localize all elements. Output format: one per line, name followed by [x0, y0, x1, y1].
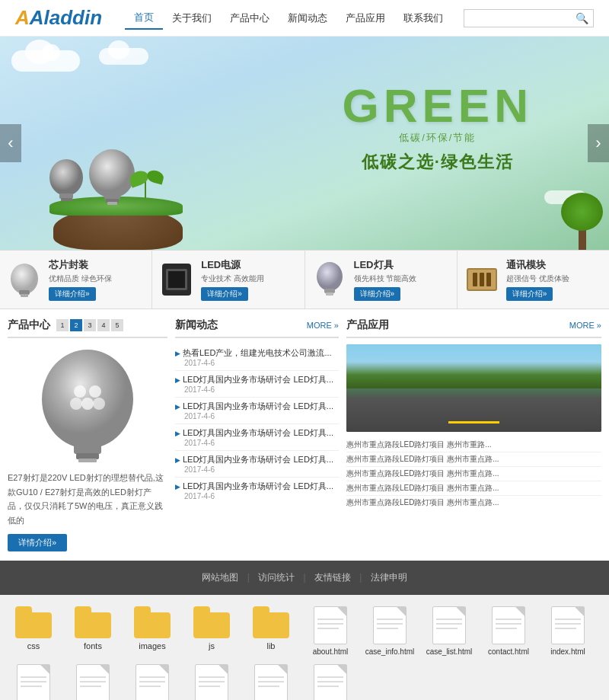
- file-index[interactable]: index.html: [542, 606, 594, 657]
- case-desc-5: 惠州市重点路段LED路灯项目 惠州市重点路...: [346, 496, 601, 510]
- news-item-4: ▶LED灯具国内业务市场研讨会 LED灯具... 2017-4-6: [175, 424, 339, 451]
- nav-about[interactable]: 关于我们: [163, 8, 221, 29]
- svg-rect-9: [21, 294, 28, 297]
- folder-images-label: images: [126, 641, 178, 650]
- nav-applications[interactable]: 产品应用: [336, 8, 394, 29]
- header: AAladdin 首页 关于我们 产品中心 新闻动态 产品应用 联系我们 🔍: [0, 0, 609, 37]
- file-contact[interactable]: contact.html: [483, 606, 534, 657]
- news-item-6: ▶LED灯具国内业务市场研讨会 LED灯具... 2017-4-6: [175, 478, 339, 503]
- file-new-info[interactable]: new_info.html: [8, 664, 59, 700]
- footer-legal[interactable]: 法律申明: [371, 572, 407, 583]
- file-about-label: about.html: [304, 647, 356, 657]
- nav-news[interactable]: 新闻动态: [279, 8, 336, 29]
- svg-point-17: [70, 398, 82, 410]
- file-case-list[interactable]: case_list.html: [423, 606, 475, 657]
- logo[interactable]: AAladdin: [15, 6, 102, 30]
- file-grid: css fonts images js: [8, 606, 601, 700]
- footer: 网站地图 | 访问统计 | 友情链接 | 法律申明: [0, 561, 609, 595]
- file-case-info-label: case_info.html: [364, 647, 416, 657]
- page-3[interactable]: 3: [84, 319, 96, 331]
- search-icon[interactable]: 🔍: [576, 12, 588, 24]
- cat-module-icon: [464, 259, 500, 301]
- file-index-label: index.html: [542, 647, 594, 657]
- file-news-list[interactable]: news_list.html: [186, 664, 238, 700]
- svg-rect-1: [104, 193, 120, 200]
- page-1[interactable]: 1: [56, 319, 69, 331]
- news-section: 新闻动态 MORE » ▶热看LED产业，组建光电技术公司激流... 2017-…: [175, 318, 339, 503]
- nav-home[interactable]: 首页: [125, 7, 163, 30]
- green-subtitle: 低碳/环保/节能: [343, 131, 533, 145]
- svg-point-0: [89, 149, 135, 198]
- case-desc-2: 惠州市重点路段LED路灯项目 惠州市重点路...: [346, 452, 601, 467]
- tree-right: [560, 189, 605, 250]
- banner: GREEN 低碳/环保/节能 低碳之选·绿色生活 ‹ ›: [0, 37, 609, 250]
- news-item-5: ▶LED灯具国内业务市场研讨会 LED灯具... 2017-4-6: [175, 451, 339, 478]
- folder-fonts-label: fonts: [67, 641, 119, 650]
- product-detail-btn[interactable]: 详情介绍»: [8, 534, 67, 551]
- file-browser: css fonts images js: [0, 595, 609, 700]
- footer-sep-3: |: [359, 572, 362, 583]
- svg-point-4: [49, 159, 83, 196]
- file-contact-label: contact.html: [483, 647, 534, 657]
- cat-led: LED灯具 领先科技 节能高效 详细介绍»: [305, 251, 458, 308]
- news-title: 新闻动态: [175, 318, 218, 332]
- svg-point-14: [74, 385, 86, 398]
- folder-fonts[interactable]: fonts: [67, 606, 119, 657]
- cat-power-icon: [158, 259, 195, 301]
- bulb-small-svg: [46, 151, 88, 208]
- footer-links[interactable]: 友情链接: [314, 572, 351, 583]
- file-product-info[interactable]: product_info.html: [245, 664, 297, 700]
- svg-point-10: [317, 262, 343, 291]
- cat-power-text: LED电源 专业技术 高效能用 详细介绍»: [201, 258, 264, 301]
- cat-led-btn[interactable]: 详细介绍»: [354, 287, 401, 301]
- product-image: [8, 344, 167, 465]
- cases-section: 产品应用 MORE » 惠州市重点路段LED路灯项目 惠州市重路... 惠州市重…: [346, 318, 601, 510]
- floating-island: [38, 174, 206, 250]
- news-more[interactable]: MORE »: [307, 321, 339, 330]
- nav-contact[interactable]: 联系我们: [394, 8, 452, 29]
- svg-point-15: [89, 385, 101, 398]
- file-case-info[interactable]: case_info.html: [364, 606, 416, 657]
- file-product-list[interactable]: product_list.html: [304, 664, 356, 700]
- case-desc-3: 惠州市重点路段LED路灯项目 惠州市重点路...: [346, 467, 601, 481]
- banner-arrow-left[interactable]: ‹: [0, 124, 21, 162]
- file-about[interactable]: about.html: [304, 606, 356, 657]
- main-content: 产品中心 1 2 3 4 5: [0, 309, 609, 561]
- case-image: [346, 344, 601, 432]
- file-new-list[interactable]: new_list.html: [67, 664, 119, 700]
- banner-arrow-right[interactable]: ›: [588, 124, 609, 162]
- search-bar: 🔍: [464, 9, 594, 27]
- news-item-2: ▶LED灯具国内业务市场研讨会 LED灯具... 2017-4-6: [175, 371, 339, 398]
- cat-chip-btn[interactable]: 详细介绍»: [49, 287, 96, 301]
- svg-rect-21: [78, 459, 97, 462]
- page-4[interactable]: 4: [97, 319, 110, 331]
- nav-products[interactable]: 产品中心: [221, 8, 279, 29]
- cat-power-btn[interactable]: 详细介绍»: [201, 287, 248, 301]
- svg-rect-12: [326, 292, 333, 296]
- cat-chip-icon: [6, 259, 43, 301]
- cloud-top: [99, 48, 148, 65]
- footer-stats[interactable]: 访问统计: [258, 572, 295, 583]
- search-input[interactable]: [469, 13, 576, 24]
- folder-css[interactable]: css: [8, 606, 59, 657]
- cat-led-text: LED灯具 领先科技 节能高效 详细介绍»: [354, 258, 417, 301]
- case-desc-1: 惠州市重点路段LED路灯项目 惠州市重路...: [346, 438, 601, 452]
- product-center-title: 产品中心: [8, 318, 50, 332]
- folder-css-label: css: [8, 641, 59, 650]
- svg-rect-6: [61, 198, 72, 201]
- footer-sep-2: |: [303, 572, 305, 583]
- page-5[interactable]: 5: [111, 319, 123, 331]
- cat-chip: 芯片封装 优精品质 绿色环保 详细介绍»: [0, 251, 152, 308]
- news-item-3: ▶LED灯具国内业务市场研讨会 LED灯具... 2017-4-6: [175, 398, 339, 424]
- page-2[interactable]: 2: [70, 319, 82, 331]
- cat-power: LED电源 专业技术 高效能用 详细介绍»: [152, 251, 304, 308]
- footer-sitemap[interactable]: 网站地图: [202, 572, 238, 583]
- folder-js-label: js: [186, 641, 238, 650]
- cases-more[interactable]: MORE »: [569, 321, 601, 330]
- folder-js[interactable]: js: [186, 606, 238, 657]
- file-news-info[interactable]: news_info.html: [126, 664, 178, 700]
- folder-images[interactable]: images: [126, 606, 178, 657]
- folder-lib[interactable]: lib: [245, 606, 297, 657]
- cat-module-btn[interactable]: 详细介绍»: [506, 287, 553, 301]
- cloud-left: [11, 50, 80, 72]
